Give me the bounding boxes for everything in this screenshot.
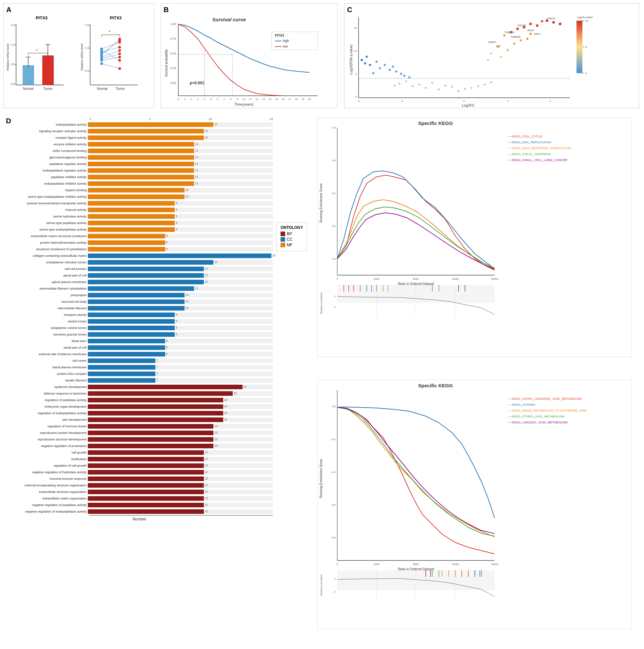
xtick-13: 13	[262, 98, 265, 101]
survival-title: Survival curve	[213, 17, 246, 22]
bar-num-58: 12	[205, 503, 208, 506]
bar-track-7: 11	[88, 168, 273, 173]
bar-label-7: endopeptidase regulator activity	[6, 169, 88, 172]
bar-num-47: 13	[214, 431, 217, 434]
vc-xt-2: 2	[507, 100, 509, 103]
bar-row-22: cell-cell junction12	[6, 266, 273, 272]
bar-fill-10	[88, 188, 185, 192]
bar-row-24: apical plasma membrane12	[6, 279, 273, 285]
survival-ylabel: Survival probability	[165, 49, 168, 77]
xtick-19: 19	[302, 98, 305, 101]
bar-row-21: endoplasmic reticulum lumen13	[6, 259, 273, 265]
legend-bp: BP	[281, 231, 303, 236]
bar-fill-31	[88, 326, 175, 330]
bar-track-8: 11	[88, 175, 273, 179]
bar-num-6: 11	[195, 162, 198, 165]
kegg-e-title: Specific KEGG	[418, 120, 453, 126]
ya-label2: 1.0	[11, 43, 15, 46]
bar-row-46: regulation of hormone levels13	[6, 423, 273, 429]
gene-label-anln: ANLN	[527, 29, 534, 32]
bar-fill-45	[88, 418, 223, 422]
bar-num-3: 11	[195, 142, 198, 145]
svg-point-7	[458, 90, 459, 92]
bar-track-19: 8	[88, 247, 273, 252]
bar-row-25: intermediate filament cytoskeleton11	[6, 285, 273, 292]
bar-row-53: negative regulation of hydrolase activit…	[6, 469, 273, 475]
bar-num-52: 12	[205, 464, 208, 467]
bar-num-28: 10	[185, 306, 188, 310]
bar-num-57: 12	[205, 496, 208, 500]
svg-point-5	[445, 85, 446, 87]
bar-label-55: external encapsulating structure organiz…	[6, 483, 88, 487]
bar-fill-19	[88, 247, 165, 252]
bar-num-39: 7	[156, 379, 158, 382]
bar-num-2: 12	[205, 136, 208, 139]
cc-swatch	[281, 237, 285, 242]
bar-label-17: extracellular matrix structural constitu…	[6, 234, 88, 238]
bar-row-50: cell growth12	[6, 449, 273, 456]
bar-fill-15	[88, 221, 175, 225]
bar-label-16: serine-type endopeptidase activity	[6, 228, 88, 231]
bar-row-47: reproductive system development13	[6, 430, 273, 436]
bar-num-1: 12	[205, 129, 208, 132]
bar-label-42: regulation of peptidase activity	[6, 398, 88, 402]
bar-row-34: basal part of cell8	[6, 344, 273, 351]
panel-b-label: B	[164, 6, 169, 14]
yb-label2: 1.0	[85, 46, 89, 49]
bar-fill-14	[88, 214, 175, 219]
mf-label: MF	[287, 243, 292, 247]
star-b: *	[108, 30, 110, 35]
main-container: A PITX3 1.5 1.0 0.5 0.0 Relative mRNA le…	[0, 0, 644, 649]
f-legend-4: — KEGG_ETHER_LIPID_METABOLISM	[508, 415, 564, 418]
e-xt-8000: 8000	[413, 277, 419, 280]
xtick-8: 8	[230, 98, 232, 101]
bar-track-9: 11	[88, 181, 273, 186]
bar-label-50: cell growth	[6, 450, 88, 454]
svg-point-9	[471, 87, 473, 89]
bp-swatch	[281, 231, 285, 236]
bar-num-45: 14	[224, 418, 227, 421]
svg-point-42	[490, 52, 492, 54]
f-yt-n08: -0.8	[331, 536, 336, 539]
bar-num-10: 10	[185, 188, 188, 191]
bar-num-15: 9	[176, 221, 177, 224]
bar-track-6: 11	[88, 162, 273, 166]
bar-row-3: enzyme inhibitor activity11	[6, 141, 273, 147]
bar-row-59: negative regulation of endopeptidase act…	[6, 508, 273, 515]
svg-point-1	[418, 84, 420, 86]
e-yt-02: 0.2	[332, 225, 336, 228]
svg-point-24	[395, 71, 398, 73]
bar-row-48: reproductive structure development13	[6, 436, 273, 442]
e-yt-00: 0.0	[332, 257, 336, 260]
svg-point-11	[484, 84, 486, 86]
kegg-f-title: Specific KEGG	[418, 383, 453, 388]
e-xt-16000: 16000	[491, 277, 499, 280]
bar-row-18: protein heterodimerization activity8	[6, 240, 273, 246]
bar-label-59: negative regulation of endopeptidase act…	[6, 510, 88, 513]
bar-track-21: 13	[88, 260, 273, 265]
xlabel-tumor2: Tumor	[116, 87, 125, 90]
bar-num-27: 10	[185, 300, 188, 303]
bar-label-11: serine-type endopeptidase inhibitor acti…	[6, 195, 88, 199]
bar-label-48: reproductive structure development	[6, 437, 88, 441]
svg-point-28	[404, 75, 406, 77]
vc-xt-4: 4	[550, 100, 551, 103]
bar-num-5: 11	[195, 156, 198, 159]
bar-track-57: 12	[88, 496, 273, 501]
legend-title-b: PITX3	[275, 34, 284, 37]
svg-point-35	[530, 33, 532, 35]
bar-label-14: serine hydrolase activity	[6, 214, 88, 218]
bar-label-33: distal axon	[6, 339, 88, 343]
dot-t7	[118, 52, 121, 55]
survival-xlabel: Time(years)	[234, 102, 254, 106]
f-yt-n04: -0.4	[331, 471, 336, 474]
bar-label-9: endopeptidase inhibitor activity	[6, 182, 88, 185]
gene-label-cenpf: CENPF	[488, 41, 497, 44]
ya-label: 1.5	[11, 23, 15, 27]
bar-track-31: 9	[88, 326, 273, 330]
bar-fill-44	[88, 411, 223, 416]
bar-fill-18	[88, 241, 165, 245]
bar-num-38: 7	[156, 372, 158, 375]
bar-fill-23	[88, 273, 204, 278]
bar-row-12: passive transmembrane transporter activi…	[6, 200, 273, 206]
